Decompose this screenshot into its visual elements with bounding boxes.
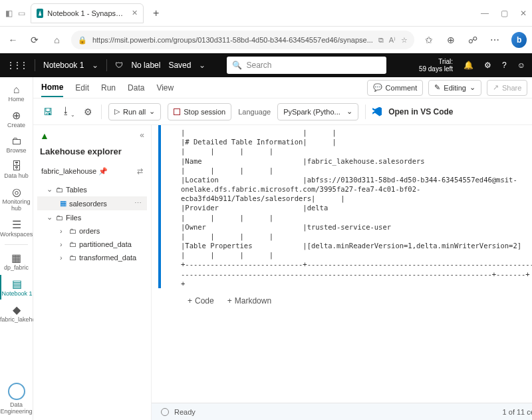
close-tab-icon[interactable]: ✕ bbox=[132, 9, 138, 17]
tabs-icon[interactable]: ▭ bbox=[18, 9, 25, 18]
extensions-icon[interactable]: ☍ bbox=[465, 35, 480, 45]
tree-orders[interactable]: ›🗀orders bbox=[37, 224, 147, 238]
rail-workspaces[interactable]: ☰Workspaces bbox=[0, 216, 33, 240]
tab-title: Notebook 1 - Synapse Data Eng bbox=[47, 9, 125, 17]
rail-fabric-lakehouse[interactable]: ◆fabric_lakehouse bbox=[0, 301, 33, 325]
minimize-icon[interactable]: — bbox=[481, 9, 489, 18]
favorites-icon[interactable]: ✩ bbox=[421, 35, 436, 45]
chevron-down-icon: ⌄ bbox=[346, 107, 352, 116]
language-selector[interactable]: PySpark (Pytho...⌄ bbox=[277, 103, 358, 120]
status-indicator-icon bbox=[161, 408, 169, 416]
maximize-icon[interactable]: ▢ bbox=[501, 9, 508, 18]
home-icon[interactable]: ⌂ bbox=[49, 35, 65, 45]
rail-dp-fabric[interactable]: ▦dp_fabric bbox=[0, 249, 33, 274]
explorer-title: Lakehouse explorer bbox=[37, 145, 147, 160]
browse-icon: 🗀 bbox=[0, 135, 33, 147]
favorite-icon[interactable]: ☆ bbox=[401, 36, 408, 45]
save-icon[interactable]: 🖫 bbox=[41, 106, 55, 117]
download-icon[interactable]: ⭳⌄ bbox=[61, 105, 74, 118]
home-icon: ⌂ bbox=[0, 84, 33, 96]
collapse-icon[interactable]: « bbox=[140, 130, 144, 141]
lakehouse-icon: ◆ bbox=[0, 304, 33, 316]
browser-tab[interactable]: Notebook 1 - Synapse Data Eng ✕ bbox=[31, 3, 144, 23]
left-nav-rail: ⌂Home ⊕Create 🗀Browse 🗄Data hub ◎Monitor… bbox=[0, 77, 33, 420]
plus-icon: + bbox=[227, 296, 232, 306]
rail-home[interactable]: ⌂Home bbox=[0, 81, 33, 105]
read-aloud-icon[interactable]: A⁾ bbox=[389, 36, 396, 45]
tab-edit[interactable]: Edit bbox=[75, 79, 89, 97]
add-code-button[interactable]: +Code bbox=[188, 296, 214, 306]
tree-files[interactable]: ⌄🗀Files bbox=[37, 210, 147, 224]
app-launcher-icon[interactable]: ⋮⋮⋮ bbox=[7, 61, 27, 70]
tab-view[interactable]: View bbox=[156, 79, 174, 97]
workspace-icon: ▦ bbox=[0, 252, 33, 264]
ribbon-tabs: Home Edit Run Data View 💬Comment ✎Editin… bbox=[33, 77, 532, 99]
collections-icon[interactable]: ⊕ bbox=[443, 35, 458, 45]
editing-mode-button[interactable]: ✎Editing⌄ bbox=[428, 80, 481, 96]
trial-status[interactable]: Trial: 59 days left bbox=[419, 58, 453, 73]
bing-chat-icon[interactable]: b bbox=[511, 32, 527, 48]
table-icon: ▦ bbox=[60, 199, 66, 208]
label-status[interactable]: No label bbox=[131, 61, 160, 70]
rail-data-engineering[interactable]: Data Engineering bbox=[0, 380, 33, 420]
open-vscode-button[interactable]: Open in VS Code bbox=[388, 107, 453, 116]
rail-browse[interactable]: 🗀Browse bbox=[0, 132, 33, 156]
refresh-icon[interactable]: ⟳ bbox=[27, 35, 43, 45]
notebook-icon: ▤ bbox=[1, 278, 33, 290]
tree-salesorders[interactable]: ▦salesorders⋯ bbox=[37, 196, 147, 210]
folder-icon: 🗀 bbox=[69, 254, 76, 262]
more-icon[interactable]: ⋯ bbox=[134, 199, 146, 208]
plus-circle-icon: ⊕ bbox=[0, 109, 33, 122]
add-markdown-button[interactable]: +Markdown bbox=[227, 296, 271, 306]
cell-output: | | | | |# Detailed Table Information| |… bbox=[181, 125, 532, 288]
rail-create[interactable]: ⊕Create bbox=[0, 106, 33, 131]
data-engineering-icon bbox=[8, 383, 25, 400]
lakehouse-selector[interactable]: fabric_lakehouse 📌 ⇄ bbox=[37, 164, 147, 178]
notifications-icon[interactable]: 🔔 bbox=[464, 61, 473, 70]
address-bar[interactable]: 🔒 https://msit.powerbi.com/groups/0130d3… bbox=[71, 31, 414, 49]
run-all-button[interactable]: ▷Run all⌄ bbox=[108, 103, 161, 120]
cell-active-bar bbox=[158, 125, 161, 288]
notebook-area: | | | | |# Detailed Table Information| |… bbox=[152, 125, 532, 420]
rail-monitoring[interactable]: ◎Monitoring hub bbox=[0, 183, 33, 214]
close-window-icon[interactable]: ✕ bbox=[520, 9, 527, 18]
browser-toolbar: ← ⟳ ⌂ 🔒 https://msit.powerbi.com/groups/… bbox=[0, 27, 532, 53]
comment-button[interactable]: 💬Comment bbox=[367, 80, 424, 96]
folder-icon: 🗀 bbox=[69, 240, 76, 248]
comment-icon: 💬 bbox=[373, 83, 382, 92]
lakehouse-explorer: ▲ « Lakehouse explorer fabric_lakehouse … bbox=[33, 125, 152, 420]
settings-icon[interactable]: ⚙ bbox=[484, 61, 491, 70]
feedback-icon[interactable]: ☺ bbox=[517, 61, 525, 70]
folder-icon: 🗀 bbox=[56, 214, 63, 222]
chevron-down-icon[interactable]: ⌄ bbox=[199, 61, 205, 70]
tab-run[interactable]: Run bbox=[101, 79, 116, 97]
more-icon[interactable]: ⋯ bbox=[487, 35, 502, 45]
share-button[interactable]: ↗Share bbox=[487, 80, 527, 96]
pin-icon[interactable]: 📌 bbox=[98, 167, 108, 175]
search-input[interactable]: 🔍 Search bbox=[227, 57, 386, 74]
chevron-down-icon[interactable]: ⌄ bbox=[92, 61, 98, 70]
back-icon[interactable]: ← bbox=[5, 35, 21, 45]
notebook-name[interactable]: Notebook 1 bbox=[43, 61, 84, 70]
copy-icon[interactable]: ⧉ bbox=[378, 36, 384, 45]
tree-tables[interactable]: ⌄🗀Tables bbox=[37, 182, 147, 196]
status-text: Ready bbox=[174, 408, 196, 416]
folder-icon: 🗀 bbox=[56, 186, 63, 194]
tab-home[interactable]: Home bbox=[41, 79, 63, 97]
search-icon: 🔍 bbox=[232, 61, 242, 70]
rail-notebook1[interactable]: ▤Notebook 1 bbox=[0, 275, 33, 300]
toolbar: 🖫 ⭳⌄ ⚙ ▷Run all⌄ Stop session Language P… bbox=[33, 99, 532, 125]
swap-icon[interactable]: ⇄ bbox=[137, 167, 143, 176]
search-placeholder: Search bbox=[246, 61, 271, 70]
workspaces-icon[interactable]: ◧ bbox=[5, 9, 13, 18]
stop-session-button[interactable]: Stop session bbox=[168, 103, 231, 120]
gear-icon[interactable]: ⚙ bbox=[81, 106, 94, 117]
tree-transformed-data[interactable]: ›🗀transformed_data bbox=[37, 251, 147, 264]
chevron-down-icon: ⌄ bbox=[149, 107, 155, 116]
tab-data[interactable]: Data bbox=[128, 79, 144, 97]
new-tab-button[interactable]: + bbox=[149, 7, 163, 19]
help-icon[interactable]: ? bbox=[502, 61, 507, 70]
notebook-cell[interactable]: | | | | |# Detailed Table Information| |… bbox=[158, 125, 532, 288]
tree-partitioned-data[interactable]: ›🗀partitioned_data bbox=[37, 238, 147, 251]
rail-datahub[interactable]: 🗄Data hub bbox=[0, 158, 33, 182]
